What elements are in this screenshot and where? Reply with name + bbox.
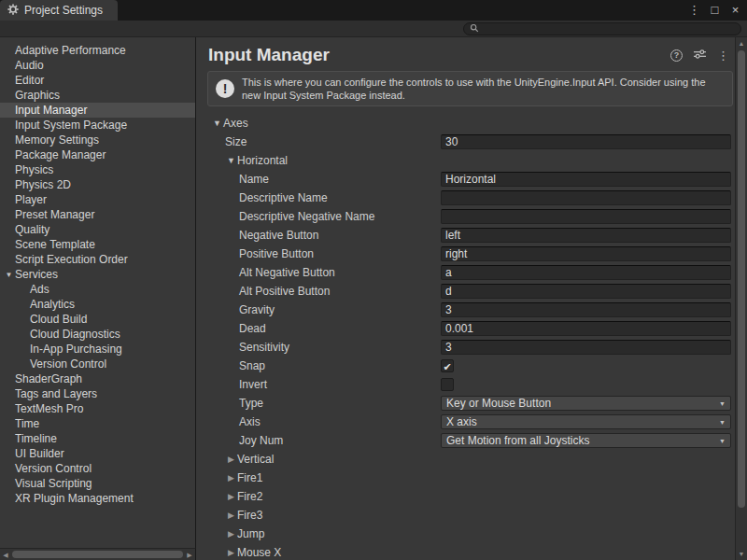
sidebar-item-physics-2d[interactable]: Physics 2D bbox=[0, 177, 195, 192]
window-menu-icon[interactable]: ⋮ bbox=[688, 0, 700, 21]
row-label-text: Fire1 bbox=[237, 471, 262, 484]
foldout-expanded-icon[interactable]: ▼ bbox=[3, 271, 15, 279]
sidebar-item-audio[interactable]: Audio bbox=[0, 58, 195, 73]
sidebar-item-label: UI Builder bbox=[15, 447, 64, 460]
tab-title: Project Settings bbox=[24, 4, 103, 17]
sidebar-item-label: Analytics bbox=[30, 298, 75, 311]
sidebar-item-editor[interactable]: Editor bbox=[0, 73, 195, 88]
sidebar-item-in-app-purchasing[interactable]: In-App Purchasing bbox=[0, 342, 195, 357]
fire1-foldout[interactable]: ▶Fire1 bbox=[225, 470, 262, 485]
row-label: Type bbox=[239, 396, 263, 411]
scroll-down-icon[interactable]: ▼ bbox=[736, 551, 747, 557]
foldout-collapsed-icon[interactable]: ▶ bbox=[225, 473, 237, 483]
sidebar-item-preset-manager[interactable]: Preset Manager bbox=[0, 207, 195, 222]
gear-icon bbox=[7, 4, 19, 18]
close-icon[interactable]: × bbox=[729, 0, 741, 21]
foldout-collapsed-icon[interactable]: ▶ bbox=[225, 511, 237, 520]
row-label: Negative Button bbox=[239, 228, 318, 243]
sensitivity-field[interactable] bbox=[441, 340, 731, 355]
foldout-expanded-icon[interactable]: ▼ bbox=[225, 156, 237, 165]
foldout-collapsed-icon[interactable]: ▶ bbox=[225, 529, 237, 539]
sidebar-item-physics[interactable]: Physics bbox=[0, 162, 195, 177]
sidebar-item-input-system-package[interactable]: Input System Package bbox=[0, 118, 195, 133]
sidebar-item-services[interactable]: ▼Services bbox=[0, 267, 195, 282]
sidebar-item-ui-builder[interactable]: UI Builder bbox=[0, 446, 195, 461]
vertical-foldout[interactable]: ▶Vertical bbox=[225, 452, 274, 467]
sidebar-item-quality[interactable]: Quality bbox=[0, 222, 195, 237]
negative-button-field[interactable] bbox=[441, 228, 731, 243]
sidebar-item-label: Package Manager bbox=[15, 148, 106, 161]
descriptive-name-field[interactable] bbox=[441, 190, 731, 205]
fire3-foldout[interactable]: ▶Fire3 bbox=[225, 508, 262, 523]
horizontal-scrollbar[interactable]: ◀ ▶ bbox=[0, 548, 196, 560]
scroll-up-icon[interactable]: ▲ bbox=[736, 40, 747, 47]
sidebar-item-tags-and-layers[interactable]: Tags and Layers bbox=[0, 386, 195, 401]
alt-positive-button-field[interactable] bbox=[441, 284, 731, 299]
vertical-scrollbar[interactable]: ▲ ▼ bbox=[735, 37, 747, 560]
row-label-text: Sensitivity bbox=[239, 341, 289, 354]
scroll-left-icon[interactable]: ◀ bbox=[0, 549, 11, 560]
positive-button-field[interactable] bbox=[441, 246, 731, 261]
jump-foldout[interactable]: ▶Jump bbox=[225, 526, 264, 541]
axes-foldout[interactable]: ▼Axes bbox=[211, 116, 248, 131]
snap-checkbox[interactable]: ✔ bbox=[441, 359, 454, 372]
sidebar-item-version-control[interactable]: Version Control bbox=[0, 461, 195, 476]
sidebar-item-timeline[interactable]: Timeline bbox=[0, 431, 195, 446]
name-field[interactable] bbox=[441, 172, 731, 187]
scroll-right-icon[interactable]: ▶ bbox=[184, 549, 195, 560]
foldout-expanded-icon[interactable]: ▼ bbox=[211, 119, 223, 128]
sidebar-item-adaptive-performance[interactable]: Adaptive Performance bbox=[0, 43, 195, 58]
mouse-x-foldout[interactable]: ▶Mouse X bbox=[225, 545, 281, 560]
fire2-foldout[interactable]: ▶Fire2 bbox=[225, 489, 262, 504]
invert-checkbox[interactable] bbox=[441, 378, 454, 391]
sidebar-item-cloud-diagnostics[interactable]: Cloud Diagnostics bbox=[0, 327, 195, 342]
size-field[interactable] bbox=[441, 134, 731, 149]
foldout-collapsed-icon[interactable]: ▶ bbox=[225, 492, 237, 501]
sidebar-item-ads[interactable]: Ads bbox=[0, 282, 195, 297]
sidebar-item-player[interactable]: Player bbox=[0, 192, 195, 207]
dead-field[interactable] bbox=[441, 321, 731, 336]
gravity-field[interactable] bbox=[441, 302, 731, 317]
alt-negative-button-field[interactable] bbox=[441, 265, 731, 280]
preset-icon[interactable] bbox=[694, 49, 706, 63]
vertical-scrollbar-thumb[interactable] bbox=[738, 50, 745, 508]
type-dropdown[interactable]: Key or Mouse Button▼ bbox=[441, 396, 731, 411]
sidebar-item-memory-settings[interactable]: Memory Settings bbox=[0, 133, 195, 147]
horizontal-scrollbar-thumb[interactable] bbox=[12, 551, 183, 558]
dropdown-value: Get Motion from all Joysticks bbox=[446, 434, 715, 447]
sidebar-item-scene-template[interactable]: Scene Template bbox=[0, 237, 195, 252]
horizontal-foldout[interactable]: ▼Horizontal bbox=[225, 153, 288, 168]
row-alt-negative-button: Alt Negative Button bbox=[197, 263, 735, 282]
sidebar-item-graphics[interactable]: Graphics bbox=[0, 88, 195, 103]
maximize-icon[interactable]: □ bbox=[709, 0, 721, 21]
sidebar-item-version-control[interactable]: Version Control bbox=[0, 357, 195, 371]
foldout-collapsed-icon[interactable]: ▶ bbox=[225, 548, 237, 557]
sidebar-item-input-manager[interactable]: Input Manager bbox=[0, 103, 195, 118]
page-title: Input Manager bbox=[208, 45, 670, 65]
sidebar-item-script-execution-order[interactable]: Script Execution Order bbox=[0, 252, 195, 267]
sidebar-item-xr-plugin-management[interactable]: XR Plugin Management bbox=[0, 491, 195, 506]
sidebar-item-package-manager[interactable]: Package Manager bbox=[0, 147, 195, 162]
search-input[interactable] bbox=[483, 23, 735, 35]
joy-num-dropdown[interactable]: Get Motion from all Joysticks▼ bbox=[441, 433, 731, 448]
sidebar-item-textmesh-pro[interactable]: TextMesh Pro bbox=[0, 401, 195, 416]
row-label: Alt Negative Button bbox=[239, 265, 335, 280]
sidebar-item-shadergraph[interactable]: ShaderGraph bbox=[0, 371, 195, 386]
search-box[interactable] bbox=[463, 22, 741, 35]
sidebar-item-analytics[interactable]: Analytics bbox=[0, 297, 195, 312]
row-label: Axis bbox=[239, 414, 261, 429]
context-menu-icon[interactable]: ⋮ bbox=[717, 49, 729, 62]
descriptive-negative-name-field[interactable] bbox=[441, 209, 731, 224]
help-icon[interactable]: ? bbox=[670, 49, 683, 62]
axis-dropdown[interactable]: X axis▼ bbox=[441, 414, 731, 429]
row-negative-button: Negative Button bbox=[197, 226, 735, 245]
row-label: Invert bbox=[239, 377, 267, 392]
dropdown-arrow-icon: ▼ bbox=[719, 438, 726, 444]
sidebar-item-cloud-build[interactable]: Cloud Build bbox=[0, 312, 195, 327]
foldout-collapsed-icon[interactable]: ▶ bbox=[225, 455, 237, 464]
sidebar-item-visual-scripting[interactable]: Visual Scripting bbox=[0, 476, 195, 491]
field-area bbox=[441, 190, 731, 205]
project-settings-tab[interactable]: Project Settings bbox=[0, 0, 118, 21]
field-area: Get Motion from all Joysticks▼ bbox=[441, 433, 731, 448]
sidebar-item-time[interactable]: Time bbox=[0, 416, 195, 431]
